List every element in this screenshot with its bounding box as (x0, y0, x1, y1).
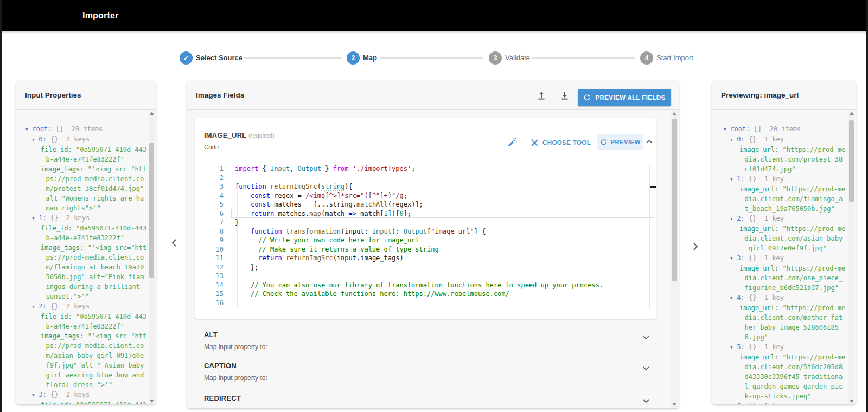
tree-field-entry: image_url: "https://prod-media.client.co… (739, 352, 846, 401)
tree-item-node: ▾ 3: {} 2 keys (16, 390, 148, 400)
tree-item-node: ▾ 3: {} 1 key (712, 253, 848, 263)
fields-scrollbar[interactable] (671, 111, 678, 407)
collapse-triangle-icon[interactable]: ▾ (730, 403, 737, 404)
preview-panel-header: Previewing: image_url (712, 81, 856, 110)
expand-section-icon[interactable] (642, 333, 650, 342)
code-editor[interactable]: 12345678910111213141516 import { Input, … (195, 164, 656, 307)
app-header: Importer (0, 0, 868, 31)
step-circle[interactable]: 3 (489, 52, 502, 65)
tree-field-entry: image_tags: "'<img src="https://prod-med… (41, 331, 148, 390)
app-title: Importer (82, 0, 119, 31)
upload-icon[interactable] (535, 89, 547, 101)
scroll-down-icon[interactable] (671, 401, 677, 407)
tree-item-node: ▾ 1: {} 1 key (712, 174, 848, 184)
step-circle[interactable]: 4 (640, 52, 653, 65)
step-label: Map (363, 52, 377, 65)
tree-item-node: ▾ 2: {} 1 key (712, 214, 848, 224)
collapse-left-panel-button[interactable] (169, 237, 180, 248)
scroll-up-icon[interactable] (149, 111, 155, 117)
step-connector (532, 57, 635, 59)
collapse-field-icon[interactable] (645, 138, 654, 146)
field-mode-label: Code (204, 144, 219, 150)
field-section-alt[interactable]: ALTMap input property to: (195, 326, 656, 355)
gutter-border (231, 164, 231, 307)
collapse-triangle-icon[interactable]: ▾ (723, 126, 730, 133)
tree-field-entry: image_url: "https://prod-media.client.co… (739, 184, 846, 214)
tree-field-entry: image_url: "https://prod-media.client.co… (739, 263, 846, 293)
field-section-caption[interactable]: CAPTIONMap input property to: (195, 357, 656, 385)
collapse-triangle-icon[interactable]: ▾ (31, 215, 39, 222)
input-properties-panel: Input Properties ▾ root: [] 20 items▾ 0:… (16, 81, 156, 404)
section-hint: Map input property to: (204, 407, 267, 408)
tree-item-node: ▾ 6: {} 1 key (712, 401, 848, 404)
collapse-triangle-icon[interactable]: ▾ (25, 126, 32, 133)
scroll-down-icon[interactable] (848, 398, 854, 404)
field-section-redirect[interactable]: REDIRECTMap input property to: (195, 390, 656, 408)
step-circle[interactable]: 2 (347, 52, 360, 65)
preview-scrollbar[interactable] (848, 111, 854, 404)
required-label: (required) (248, 132, 275, 139)
collapse-triangle-icon[interactable]: ▾ (730, 176, 737, 183)
preview-label: PREVIEW (610, 139, 640, 145)
choose-tool-label: CHOOSE TOOL (542, 139, 591, 146)
tree-item-node: ▾ 2: {} 2 keys (16, 301, 148, 312)
tools-icon (530, 138, 539, 147)
auto-fix-icon[interactable] (506, 137, 518, 149)
collapse-triangle-icon[interactable]: ▾ (31, 136, 39, 143)
images-fields-body: IMAGE_URL (required) Code CHOOSE TOOL PR… (187, 110, 679, 408)
tree-item-node: ▾ 0: {} 2 keys (16, 134, 148, 145)
tree-root-node: ▾ root: [] 20 items (712, 124, 848, 134)
preview-button[interactable]: PREVIEW (597, 134, 643, 150)
image-url-field-card: IMAGE_URL (required) Code CHOOSE TOOL PR… (195, 118, 656, 319)
section-hint: Map input property to: (204, 343, 267, 351)
scroll-thumb[interactable] (849, 120, 854, 202)
editor-scroll-marker (650, 186, 656, 188)
tree-field-entry: image_tags: "'<img src="https://prod-med… (41, 164, 148, 213)
expand-section-icon[interactable] (642, 364, 650, 372)
code-content[interactable]: import { Input, Output } from './importT… (235, 164, 656, 307)
step-completed-check-icon[interactable]: ✓ (180, 52, 193, 65)
tree-field-entry: file_id: "0a595071-410d-443b-a44e-e741fe… (41, 400, 148, 404)
tree-field-entry: image_url: "https://prod-media.client.co… (739, 303, 846, 342)
section-hint: Map input property to: (204, 374, 267, 382)
scroll-up-icon[interactable] (671, 111, 677, 117)
input-json-tree: ▾ root: [] 20 items▾ 0: {} 2 keysfile_id… (16, 110, 148, 404)
field-name: IMAGE_URL (required) (204, 131, 275, 139)
line-numbers: 12345678910111213141516 (195, 164, 224, 307)
scroll-down-icon[interactable] (149, 398, 155, 404)
collapse-triangle-icon[interactable]: ▾ (730, 255, 737, 262)
preview-panel-body: ▾ root: [] 20 items▾ 0: {} 1 keyimage_ur… (712, 110, 856, 404)
tree-field-entry: file_id: "0a595071-410d-443b-a44e-e741fe… (41, 223, 148, 243)
collapse-triangle-icon[interactable]: ▾ (730, 136, 737, 143)
collapse-triangle-icon[interactable]: ▾ (31, 391, 39, 398)
input-properties-title: Input Properties (25, 81, 81, 110)
choose-tool-button[interactable]: CHOOSE TOOL (530, 137, 591, 149)
step-label: Validate (505, 52, 530, 65)
scroll-thumb[interactable] (149, 143, 154, 278)
download-icon[interactable] (559, 89, 571, 101)
refresh-icon (600, 139, 607, 146)
page: Importer ✓Select Source2Map3Validate4Sta… (0, 0, 868, 412)
input-scrollbar[interactable] (149, 111, 155, 404)
scroll-thumb[interactable] (672, 119, 677, 281)
collapse-triangle-icon[interactable]: ▾ (730, 215, 737, 222)
section-name: REDIRECT (204, 394, 241, 402)
step-label: Start Import (656, 52, 693, 65)
scroll-up-icon[interactable] (848, 111, 854, 117)
images-fields-header: Images Fields PREVIEW ALL FIELDS (187, 81, 679, 110)
tree-item-node: ▾ 1: {} 2 keys (16, 213, 148, 223)
collapse-triangle-icon[interactable]: ▾ (31, 303, 39, 310)
expand-section-icon[interactable] (642, 396, 650, 405)
step-label: Select Source (196, 52, 242, 65)
tree-field-entry: image_url: "https://prod-media.client.co… (739, 224, 846, 253)
tree-item-node: ▾ 0: {} 1 key (712, 134, 848, 145)
section-name: ALT (204, 331, 218, 339)
collapse-right-panel-button[interactable] (690, 241, 700, 252)
preview-all-fields-label: PREVIEW ALL FIELDS (595, 94, 665, 101)
input-properties-header: Input Properties (16, 81, 156, 110)
collapse-triangle-icon[interactable]: ▾ (730, 294, 737, 301)
collapse-triangle-icon[interactable]: ▾ (730, 344, 737, 351)
tree-field-entry: file_id: "0a595071-410d-443b-a44e-e741fe… (41, 312, 148, 331)
input-properties-body: ▾ root: [] 20 items▾ 0: {} 2 keysfile_id… (16, 110, 156, 404)
preview-all-fields-button[interactable]: PREVIEW ALL FIELDS (578, 89, 671, 106)
